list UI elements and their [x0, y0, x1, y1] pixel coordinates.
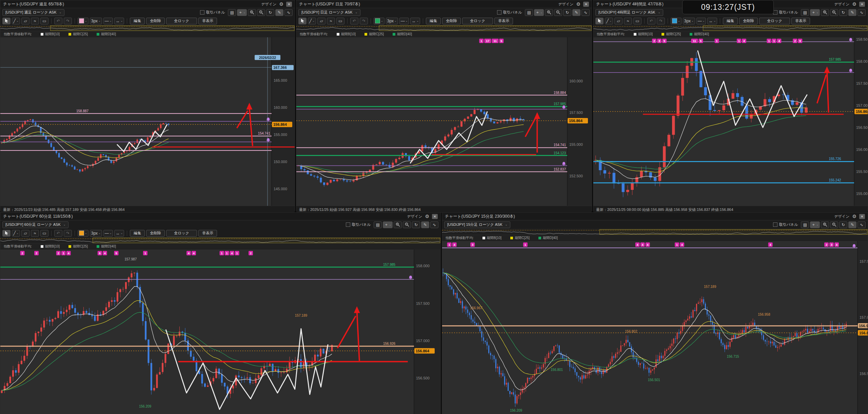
eraser-tool[interactable]: ▱: [21, 18, 29, 24]
overview-sparkline[interactable]: [0, 25, 295, 31]
pencil-icon[interactable]: ✎: [848, 9, 856, 16]
curve-tool[interactable]: ≈: [624, 18, 632, 24]
symbol-timeframe-select[interactable]: [USD/JPY] 週足 ローソク ASK⌄: [2, 9, 64, 16]
checkbox-box[interactable]: [497, 10, 501, 15]
label-tool[interactable]: ▭: [336, 18, 344, 24]
chart-area[interactable]: 165.000160.000155.000150.000145.000158.8…: [0, 37, 295, 206]
crosshair-plus-icon[interactable]: ＋⌄: [383, 221, 393, 228]
hide-button[interactable]: 非表示: [198, 18, 217, 24]
design-button[interactable]: デザイン: [834, 214, 849, 219]
refresh-icon[interactable]: ↻: [266, 9, 274, 16]
delete-all-button[interactable]: 全削除: [146, 230, 165, 237]
curve-tool[interactable]: ≈: [31, 18, 39, 24]
line-tool[interactable]: ╱⌄: [12, 18, 20, 24]
overview-sparkline[interactable]: [442, 229, 868, 235]
undo-icon[interactable]: ↶: [647, 18, 655, 24]
crosshair-plus-icon[interactable]: ＋⌄: [237, 9, 247, 16]
pattern-panel-icon[interactable]: ▤: [228, 9, 236, 16]
redo-icon[interactable]: ↷: [360, 18, 368, 24]
arrow-style-select[interactable]: ↔⌄: [410, 18, 420, 24]
pencil-icon[interactable]: ✎: [572, 9, 580, 16]
zoom-in-icon[interactable]: [248, 9, 256, 16]
settings-gear-icon[interactable]: ⚙: [576, 1, 580, 7]
zoom-in-icon[interactable]: [545, 9, 553, 16]
pattern-panel-icon[interactable]: ▤: [801, 9, 809, 16]
undo-icon[interactable]: ↶: [350, 18, 358, 24]
design-button[interactable]: デザイン: [407, 214, 422, 219]
refresh-icon[interactable]: ↻: [839, 221, 847, 228]
symbol-timeframe-select[interactable]: [USD/JPY] 4時間足 ローソク ASK⌄: [595, 9, 663, 16]
delete-all-button[interactable]: 全削除: [739, 18, 758, 24]
label-tool[interactable]: ▭: [40, 18, 48, 24]
chart-area[interactable]: 158.500158.000157.500157.000156.500156.0…: [593, 37, 868, 206]
close-icon[interactable]: ✕: [859, 214, 865, 219]
lock-all-button[interactable]: 全ロック: [166, 18, 197, 24]
pencil-icon[interactable]: ✎: [421, 221, 429, 228]
curve-tool[interactable]: ≈: [31, 230, 39, 237]
close-icon[interactable]: ✕: [583, 2, 589, 7]
redo-icon[interactable]: ↷: [64, 230, 72, 237]
cursor-tool[interactable]: [595, 18, 604, 24]
wave-tool-icon[interactable]: ∿: [430, 221, 438, 228]
color-swatch-select[interactable]: ⌄: [78, 18, 88, 24]
undo-icon[interactable]: ↶: [54, 230, 62, 237]
zoom-out-icon[interactable]: [554, 9, 562, 16]
pattern-panel-icon[interactable]: ▤: [801, 221, 809, 228]
pencil-icon[interactable]: ✎: [848, 221, 856, 228]
refresh-icon[interactable]: ↻: [412, 221, 420, 228]
symbol-timeframe-select[interactable]: [USD/JPY] 60分足 ローソク ASK⌄: [2, 221, 68, 228]
undo-icon[interactable]: ↶: [54, 18, 62, 24]
settings-gear-icon[interactable]: ⚙: [425, 214, 429, 219]
overview-sparkline[interactable]: [593, 25, 868, 31]
pattern-panel-icon[interactable]: ▤: [525, 9, 533, 16]
delete-all-button[interactable]: 全削除: [442, 18, 461, 24]
trade-panel-checkbox[interactable]: 取引パネル: [773, 222, 798, 227]
zoom-in-icon[interactable]: [821, 9, 829, 16]
edit-button[interactable]: 編集: [130, 18, 145, 24]
line-width-select[interactable]: 3px⌄: [386, 18, 398, 24]
hide-button[interactable]: 非表示: [494, 18, 513, 24]
lock-all-button[interactable]: 全ロック: [462, 18, 493, 24]
zoom-out-icon[interactable]: [403, 221, 411, 228]
wave-tool-icon[interactable]: ∿: [857, 9, 866, 16]
eraser-tool[interactable]: ▱: [614, 18, 623, 24]
design-button[interactable]: デザイン: [261, 2, 276, 7]
crosshair-plus-icon[interactable]: ＋⌄: [810, 221, 820, 228]
zoom-out-icon[interactable]: [257, 9, 265, 16]
chart-area[interactable]: 160.000157.500155.000152.500158.884157.9…: [296, 37, 592, 206]
line-tool[interactable]: ╱⌄: [308, 18, 316, 24]
line-tool[interactable]: ╱⌄: [605, 18, 613, 24]
line-width-select[interactable]: 3px⌄: [683, 18, 695, 24]
chart-area[interactable]: 158.000157.500157.000156.500157.985156.9…: [0, 250, 440, 414]
design-button[interactable]: デザイン: [834, 2, 849, 7]
trade-panel-checkbox[interactable]: 取引パネル: [497, 10, 522, 15]
edit-button[interactable]: 編集: [130, 230, 145, 237]
eraser-tool[interactable]: ▱: [21, 230, 29, 237]
refresh-icon[interactable]: ↻: [839, 9, 847, 16]
checkbox-box[interactable]: [200, 10, 204, 15]
pattern-panel-icon[interactable]: ▤: [374, 221, 382, 228]
color-swatch-select[interactable]: ⌄: [374, 18, 384, 24]
wave-tool-icon[interactable]: ∿: [581, 9, 590, 16]
settings-gear-icon[interactable]: ⚙: [279, 1, 283, 7]
trade-panel-checkbox[interactable]: 取引パネル: [346, 222, 371, 227]
close-icon[interactable]: ✕: [859, 2, 865, 7]
settings-gear-icon[interactable]: ⚙: [852, 214, 856, 219]
trade-panel-checkbox[interactable]: 取引パネル: [200, 10, 225, 15]
lock-all-button[interactable]: 全ロック: [759, 18, 790, 24]
hide-button[interactable]: 非表示: [198, 230, 217, 237]
line-style-select[interactable]: —⌄: [399, 18, 409, 24]
delete-all-button[interactable]: 全削除: [146, 18, 165, 24]
cursor-tool[interactable]: [2, 230, 11, 237]
chart-area[interactable]: 157.500157.000156.500156.924156.864156.9…: [442, 241, 868, 414]
design-button[interactable]: デザイン: [558, 2, 573, 7]
arrow-style-select[interactable]: ↔⌄: [114, 18, 124, 24]
trade-panel-checkbox[interactable]: 取引パネル: [773, 10, 798, 15]
line-width-select[interactable]: 3px⌄: [90, 18, 102, 24]
cursor-tool[interactable]: [2, 18, 11, 24]
arrow-style-select[interactable]: ↔⌄: [707, 18, 717, 24]
line-style-select[interactable]: —⌄: [696, 18, 706, 24]
close-icon[interactable]: ✕: [432, 214, 438, 219]
redo-icon[interactable]: ↷: [64, 18, 72, 24]
wave-tool-icon[interactable]: ∿: [284, 9, 293, 16]
